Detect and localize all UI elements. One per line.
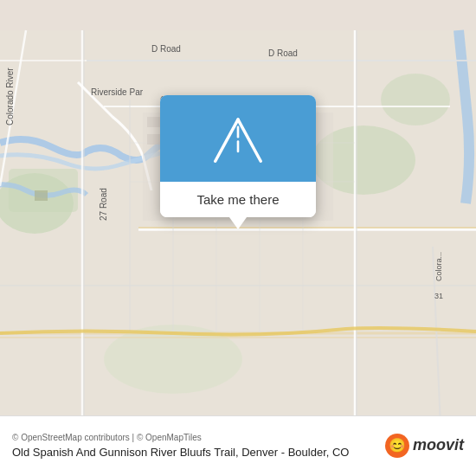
map-background: D Road C 1/2 Road 27 Road 30 Road Colora… (0, 0, 476, 476)
popup-tail (229, 217, 247, 229)
road-svg-icon (208, 108, 268, 169)
moovit-icon: 😊 (385, 434, 409, 458)
location-title: Old Spanish And Gunnison River Bluufs Tr… (12, 446, 376, 459)
svg-text:31: 31 (434, 292, 443, 300)
svg-text:Riverside Par: Riverside Par (91, 87, 144, 97)
svg-rect-46 (35, 190, 48, 201)
svg-rect-40 (147, 134, 160, 145)
moovit-text: moovit (413, 436, 464, 454)
svg-line-48 (238, 119, 261, 161)
svg-text:Colorado River: Colorado River (5, 68, 15, 125)
popup-icon-area (160, 95, 316, 182)
take-me-there-button[interactable]: Take me there (160, 182, 316, 217)
info-bar: © OpenStreetMap contributors | © OpenMap… (0, 415, 476, 476)
svg-line-47 (215, 119, 238, 161)
svg-text:Colora...: Colora... (434, 252, 443, 281)
svg-point-3 (381, 74, 450, 125)
moovit-logo: 😊 moovit (385, 434, 464, 458)
map-container: D Road C 1/2 Road 27 Road 30 Road Colora… (0, 0, 476, 476)
svg-text:D Road: D Road (151, 44, 181, 54)
info-bar-text-area: © OpenStreetMap contributors | © OpenMap… (12, 433, 376, 459)
svg-text:27 Road: 27 Road (99, 188, 108, 221)
copyright-text: © OpenStreetMap contributors | © OpenMap… (12, 433, 376, 442)
svg-text:D Road: D Road (268, 48, 298, 58)
popup-card: Take me there (160, 95, 316, 217)
